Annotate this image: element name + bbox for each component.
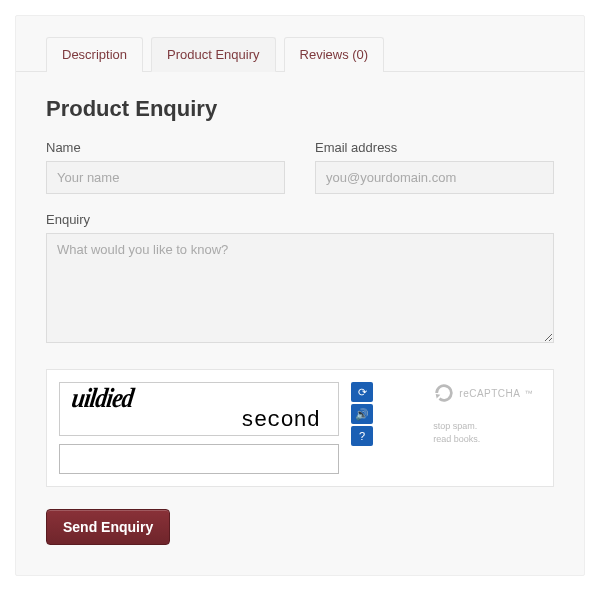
captcha-word-1: uildied xyxy=(70,383,135,414)
captcha-help-button[interactable]: ? xyxy=(351,426,373,446)
captcha-input[interactable] xyxy=(59,444,339,474)
enquiry-textarea[interactable] xyxy=(46,233,554,343)
enquiry-label: Enquiry xyxy=(46,212,554,227)
captcha-controls: ⟳ 🔊 ? xyxy=(351,382,373,446)
tab-description[interactable]: Description xyxy=(46,37,143,72)
email-input[interactable] xyxy=(315,161,554,194)
recaptcha-logo-icon xyxy=(433,382,455,404)
enquiry-panel: Description Product Enquiry Reviews (0) … xyxy=(15,15,585,576)
tabs: Description Product Enquiry Reviews (0) xyxy=(16,16,584,72)
page-title: Product Enquiry xyxy=(46,96,554,122)
help-icon: ? xyxy=(359,430,365,442)
captcha-image: uildied second xyxy=(59,382,339,436)
audio-icon: 🔊 xyxy=(355,408,369,421)
captcha-refresh-button[interactable]: ⟳ xyxy=(351,382,373,402)
captcha-word-2: second xyxy=(241,408,320,433)
email-field-group: Email address xyxy=(315,140,554,194)
email-label: Email address xyxy=(315,140,554,155)
captcha-widget: uildied second ⟳ 🔊 ? reCAPTCHA xyxy=(46,369,554,487)
tab-reviews[interactable]: Reviews (0) xyxy=(284,37,385,72)
send-enquiry-button[interactable]: Send Enquiry xyxy=(46,509,170,545)
name-label: Name xyxy=(46,140,285,155)
captcha-tm: ™ xyxy=(525,389,534,398)
enquiry-field-group: Enquiry xyxy=(46,212,554,347)
tab-product-enquiry[interactable]: Product Enquiry xyxy=(151,37,276,72)
captcha-brand-name: reCAPTCHA xyxy=(459,388,520,399)
captcha-tagline-2: read books. xyxy=(433,433,533,446)
captcha-tagline-1: stop spam. xyxy=(433,420,533,433)
captcha-brand: reCAPTCHA ™ stop spam. read books. xyxy=(433,382,541,445)
name-field-group: Name xyxy=(46,140,285,194)
name-input[interactable] xyxy=(46,161,285,194)
refresh-icon: ⟳ xyxy=(358,386,367,399)
captcha-audio-button[interactable]: 🔊 xyxy=(351,404,373,424)
